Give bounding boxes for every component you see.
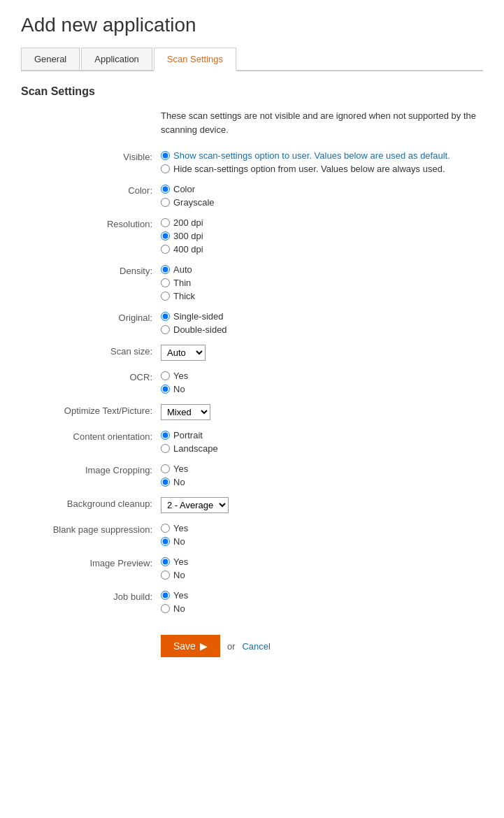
visible-show-option[interactable]: Show scan-settings option to user. Value… <box>161 150 450 161</box>
orig-double-radio[interactable] <box>161 325 170 334</box>
preview-yes-text: Yes <box>173 557 188 567</box>
visible-hide-label: Hide scan-settings option from user. Val… <box>173 164 445 174</box>
ocr-yes-text: Yes <box>173 371 188 381</box>
visible-show-radio[interactable] <box>161 151 170 160</box>
res-300-option[interactable]: 300 dpi <box>161 231 203 241</box>
blank-yes-radio[interactable] <box>161 524 170 533</box>
resolution-label: Resolution: <box>21 217 161 229</box>
color-row: Color: Color Grayscale <box>21 184 483 208</box>
res-300-radio[interactable] <box>161 231 170 241</box>
orientation-controls: Portrait Landscape <box>161 430 218 454</box>
res-200-radio[interactable] <box>161 218 170 227</box>
blank-no-text: No <box>173 536 185 547</box>
scan-size-select[interactable]: Auto A4 A3 Letter Legal <box>161 345 206 361</box>
job-build-label: Job build: <box>21 590 161 602</box>
cancel-button[interactable]: Cancel <box>242 641 270 652</box>
blank-no-radio[interactable] <box>161 537 170 546</box>
visible-hide-radio[interactable] <box>161 164 170 173</box>
cropping-label: Image Cropping: <box>21 464 161 475</box>
crop-yes-radio[interactable] <box>161 464 170 473</box>
orig-single-option[interactable]: Single-sided <box>161 311 227 322</box>
res-300-text: 300 dpi <box>173 231 203 241</box>
page-title: Add new application <box>21 14 483 36</box>
preview-no-text: No <box>173 570 185 580</box>
save-arrow-icon: ▶ <box>200 640 208 652</box>
blank-yes-option[interactable]: Yes <box>161 523 188 533</box>
action-row: Save ▶ or Cancel <box>161 635 483 657</box>
res-400-option[interactable]: 400 dpi <box>161 244 203 254</box>
color-color-text: Color <box>173 184 195 194</box>
orient-landscape-radio[interactable] <box>161 444 170 453</box>
color-color-option[interactable]: Color <box>161 184 215 194</box>
optimize-label: Optimize Text/Picture: <box>21 404 161 416</box>
orient-portrait-text: Portrait <box>173 430 203 440</box>
tab-application[interactable]: Application <box>81 48 152 70</box>
scan-size-row: Scan size: Auto A4 A3 Letter Legal <box>21 345 483 361</box>
preview-row: Image Preview: Yes No <box>21 557 483 580</box>
original-row: Original: Single-sided Double-sided <box>21 311 483 335</box>
optimize-controls: Mixed Text Picture <box>161 404 210 420</box>
tab-bar: General Application Scan Settings <box>21 48 483 71</box>
ocr-no-radio[interactable] <box>161 385 170 394</box>
ocr-no-text: No <box>173 384 185 394</box>
color-grayscale-text: Grayscale <box>173 197 215 208</box>
orig-double-text: Double-sided <box>173 324 227 335</box>
optimize-select[interactable]: Mixed Text Picture <box>161 404 210 420</box>
visible-row: Visible: Show scan-settings option to us… <box>21 150 483 174</box>
preview-yes-radio[interactable] <box>161 557 170 566</box>
color-grayscale-radio[interactable] <box>161 198 170 207</box>
blank-yes-text: Yes <box>173 523 188 533</box>
job-build-controls: Yes No <box>161 590 188 614</box>
visible-hide-option[interactable]: Hide scan-settings option from user. Val… <box>161 164 450 174</box>
job-yes-text: Yes <box>173 590 188 601</box>
crop-no-option[interactable]: No <box>161 477 188 487</box>
density-thick-radio[interactable] <box>161 292 170 301</box>
tab-general[interactable]: General <box>21 48 80 70</box>
preview-no-option[interactable]: No <box>161 570 188 580</box>
scan-size-label: Scan size: <box>21 345 161 357</box>
background-row: Background cleanup: 0 - Off 1 - Low 2 - … <box>21 497 483 513</box>
color-grayscale-option[interactable]: Grayscale <box>161 197 215 208</box>
preview-controls: Yes No <box>161 557 188 580</box>
density-thin-option[interactable]: Thin <box>161 278 195 288</box>
res-400-radio[interactable] <box>161 245 170 254</box>
scan-size-controls: Auto A4 A3 Letter Legal <box>161 345 206 361</box>
density-thin-text: Thin <box>173 278 191 288</box>
crop-no-radio[interactable] <box>161 478 170 487</box>
orig-single-text: Single-sided <box>173 311 224 322</box>
ocr-label: OCR: <box>21 371 161 382</box>
orient-portrait-radio[interactable] <box>161 431 170 440</box>
color-color-radio[interactable] <box>161 185 170 194</box>
job-yes-radio[interactable] <box>161 591 170 600</box>
res-200-option[interactable]: 200 dpi <box>161 217 203 228</box>
density-row: Density: Auto Thin Thick <box>21 264 483 301</box>
preview-yes-option[interactable]: Yes <box>161 557 188 567</box>
orient-landscape-option[interactable]: Landscape <box>161 443 218 454</box>
density-auto-radio[interactable] <box>161 265 170 274</box>
background-select[interactable]: 0 - Off 1 - Low 2 - Average 3 - High 4 -… <box>161 497 229 513</box>
ocr-yes-option[interactable]: Yes <box>161 371 188 381</box>
job-yes-option[interactable]: Yes <box>161 590 188 601</box>
density-thick-option[interactable]: Thick <box>161 291 195 301</box>
job-build-row: Job build: Yes No <box>21 590 483 614</box>
orient-portrait-option[interactable]: Portrait <box>161 430 218 440</box>
blank-page-row: Blank page suppression: Yes No <box>21 523 483 547</box>
density-thin-radio[interactable] <box>161 278 170 287</box>
density-auto-option[interactable]: Auto <box>161 264 195 275</box>
preview-label: Image Preview: <box>21 557 161 568</box>
ocr-no-option[interactable]: No <box>161 384 188 394</box>
tab-scan-settings[interactable]: Scan Settings <box>154 48 236 71</box>
crop-yes-text: Yes <box>173 464 188 474</box>
ocr-row: OCR: Yes No <box>21 371 483 394</box>
orig-single-radio[interactable] <box>161 312 170 321</box>
orig-double-option[interactable]: Double-sided <box>161 324 227 335</box>
save-button[interactable]: Save ▶ <box>161 635 220 657</box>
ocr-yes-radio[interactable] <box>161 371 170 380</box>
job-no-radio[interactable] <box>161 604 170 613</box>
crop-yes-option[interactable]: Yes <box>161 464 188 474</box>
blank-no-option[interactable]: No <box>161 536 188 547</box>
original-label: Original: <box>21 311 161 323</box>
save-label: Save <box>173 640 196 652</box>
job-no-option[interactable]: No <box>161 603 188 614</box>
preview-no-radio[interactable] <box>161 571 170 580</box>
